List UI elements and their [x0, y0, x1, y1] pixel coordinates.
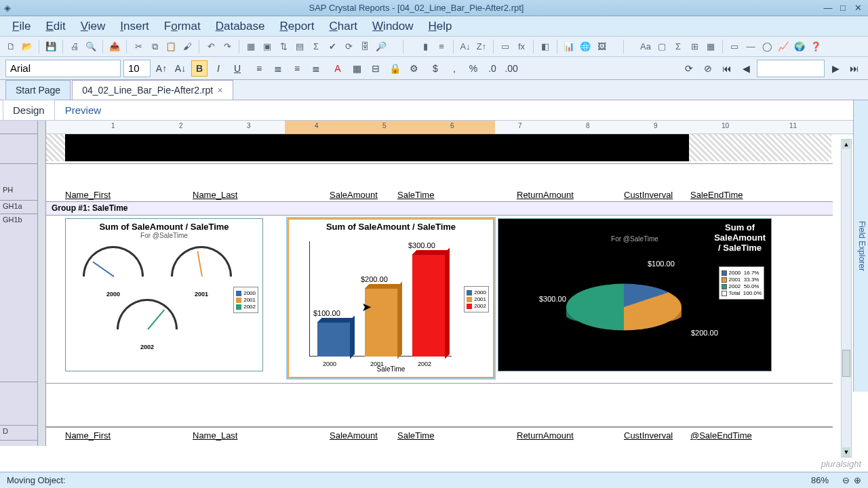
- font-size-combo[interactable]: [123, 60, 151, 77]
- tab-close-icon[interactable]: ✕: [217, 86, 223, 95]
- align-center-icon[interactable]: ≣: [270, 60, 286, 77]
- textobj-icon[interactable]: Aa: [639, 40, 652, 54]
- detail-field[interactable]: SaleAmount: [330, 430, 378, 441]
- sortdesc-icon[interactable]: Z↑: [475, 40, 488, 54]
- section-gh1a[interactable]: GH1a: [0, 201, 37, 214]
- sigma-icon[interactable]: Σ: [671, 40, 685, 54]
- picture-icon[interactable]: 🖼: [595, 40, 608, 54]
- pie-chart[interactable]: Sum ofSaleAmount/ SaleTime For @SaleTime…: [498, 218, 772, 371]
- redo-icon[interactable]: ↷: [220, 40, 234, 54]
- insertchart-icon[interactable]: 📈: [776, 40, 790, 54]
- horizontal-ruler[interactable]: /* ruler rendered below by script */ 123…: [46, 121, 868, 134]
- blank-section[interactable]: [46, 384, 833, 427]
- menu-format[interactable]: Format: [157, 17, 208, 36]
- tab-report-file[interactable]: 04_02_Line_Bar_Pie-After2.rpt✕: [72, 80, 233, 100]
- zoom-in-icon[interactable]: ⊕: [854, 475, 861, 485]
- chart-icon[interactable]: 📊: [562, 40, 576, 54]
- header-field[interactable]: SaleTime: [397, 190, 434, 200]
- olap-icon[interactable]: ▦: [704, 40, 717, 54]
- detail-field[interactable]: ReturnAmount: [517, 430, 574, 441]
- tab-start-page[interactable]: Start Page: [5, 80, 71, 100]
- sortasc-icon[interactable]: A↓: [458, 40, 472, 54]
- nav-first-icon[interactable]: ⏮: [719, 60, 735, 77]
- scrollbar-thumb[interactable]: [842, 350, 850, 377]
- detail-field[interactable]: Name_Last: [193, 430, 237, 441]
- view-tab-preview[interactable]: Preview: [55, 100, 111, 120]
- crosstab-icon[interactable]: ⊞: [688, 40, 701, 54]
- undo-icon[interactable]: ↶: [204, 40, 218, 54]
- header-field[interactable]: SaleEndTime: [690, 190, 743, 200]
- align-right-icon[interactable]: ≡: [289, 60, 305, 77]
- open-icon[interactable]: 📂: [20, 40, 34, 54]
- align-left-icon[interactable]: ≡: [251, 60, 267, 77]
- font-color-icon[interactable]: A: [330, 60, 346, 77]
- shape-icon[interactable]: ◯: [760, 40, 774, 54]
- highlight-icon[interactable]: ◧: [538, 40, 552, 54]
- bar-chart[interactable]: Sum of SaleAmount / SaleTime 2000$100.00…: [288, 218, 494, 378]
- section-d[interactable]: D: [0, 426, 37, 441]
- print-icon[interactable]: 🖨: [68, 40, 81, 54]
- lock-icon[interactable]: 🔒: [387, 60, 403, 77]
- gauge-chart[interactable]: Sum of SaleAmount / SaleTime For @SaleTi…: [65, 218, 263, 371]
- export-icon[interactable]: 📤: [108, 40, 121, 54]
- design-canvas[interactable]: Name_FirstName_LastSaleAmountSaleTimeRet…: [46, 134, 833, 442]
- zoom-level[interactable]: 86%: [811, 475, 829, 485]
- comma-icon[interactable]: ,: [446, 60, 462, 77]
- section-icon[interactable]: ≡: [435, 40, 448, 54]
- table-icon[interactable]: ▣: [260, 40, 274, 54]
- grid-icon[interactable]: ▦: [244, 40, 258, 54]
- menu-file[interactable]: File: [5, 17, 37, 36]
- header-field[interactable]: CustInverval: [624, 190, 673, 200]
- cut-icon[interactable]: ✂: [132, 40, 145, 54]
- font-name-combo[interactable]: [5, 60, 121, 77]
- menu-chart[interactable]: Chart: [322, 17, 364, 36]
- minimize-button[interactable]: —: [822, 3, 834, 13]
- nav-refresh-icon[interactable]: ⟳: [681, 60, 697, 77]
- nav-prev-icon[interactable]: ◀: [738, 60, 754, 77]
- suppress-icon[interactable]: ⊟: [368, 60, 384, 77]
- underline-button[interactable]: U: [229, 60, 245, 77]
- nav-next-icon[interactable]: ▶: [827, 60, 844, 77]
- map-icon[interactable]: 🌐: [578, 40, 592, 54]
- copy-icon[interactable]: ⧉: [148, 40, 161, 54]
- nav-last-icon[interactable]: ⏭: [846, 60, 863, 77]
- select-icon[interactable]: ▭: [498, 40, 512, 54]
- field-icon[interactable]: ▮: [418, 40, 432, 54]
- nav-page-input[interactable]: [757, 60, 825, 77]
- section-ph[interactable]: PH: [0, 164, 37, 201]
- new-icon[interactable]: 🗋: [4, 40, 18, 54]
- bold-button[interactable]: B: [191, 60, 208, 77]
- subreport-icon[interactable]: ▭: [728, 40, 741, 54]
- close-button[interactable]: ✕: [852, 3, 864, 13]
- paste-icon[interactable]: 📋: [164, 40, 178, 54]
- decrease-font-icon[interactable]: A↓: [172, 60, 189, 77]
- group-header-1a[interactable]: Group #1: SaleTime: [46, 202, 833, 216]
- box-icon[interactable]: ▢: [655, 40, 669, 54]
- menu-database[interactable]: Database: [209, 17, 272, 36]
- header-field[interactable]: SaleAmount: [330, 190, 378, 200]
- menu-report[interactable]: Report: [273, 17, 321, 36]
- nav-stop-icon[interactable]: ⊘: [700, 60, 716, 77]
- menu-insert[interactable]: Insert: [113, 17, 156, 36]
- menu-window[interactable]: Window: [366, 17, 420, 36]
- format-icon[interactable]: ⚙: [406, 60, 422, 77]
- detail-field[interactable]: CustInverval: [624, 430, 673, 441]
- page-header-section[interactable]: Name_FirstName_LastSaleAmountSaleTimeRet…: [46, 164, 833, 202]
- zoom-out-icon[interactable]: ⊖: [842, 475, 850, 485]
- report-header-black[interactable]: [65, 134, 689, 161]
- border-icon[interactable]: ▦: [349, 60, 365, 77]
- refresh-icon[interactable]: ⟳: [342, 40, 355, 54]
- maximize-button[interactable]: □: [837, 3, 849, 13]
- menu-edit[interactable]: Edit: [39, 17, 72, 36]
- align-justify-icon[interactable]: ≣: [308, 60, 324, 77]
- detail-field[interactable]: @SaleEndTime: [690, 430, 752, 441]
- group-icon[interactable]: ▤: [293, 40, 307, 54]
- menu-view[interactable]: View: [74, 17, 113, 36]
- db-icon[interactable]: 🗄: [358, 40, 372, 54]
- detail-field[interactable]: Name_First: [65, 430, 111, 441]
- currency-icon[interactable]: $: [427, 60, 443, 77]
- grip-column[interactable]: [38, 121, 46, 446]
- detail-section[interactable]: Name_FirstName_LastSaleAmountSaleTimeRet…: [46, 427, 833, 442]
- group-header-1b[interactable]: Sum of SaleAmount / SaleTime For @SaleTi…: [46, 216, 833, 384]
- vertical-scrollbar[interactable]: ▲ ▼: [841, 139, 852, 458]
